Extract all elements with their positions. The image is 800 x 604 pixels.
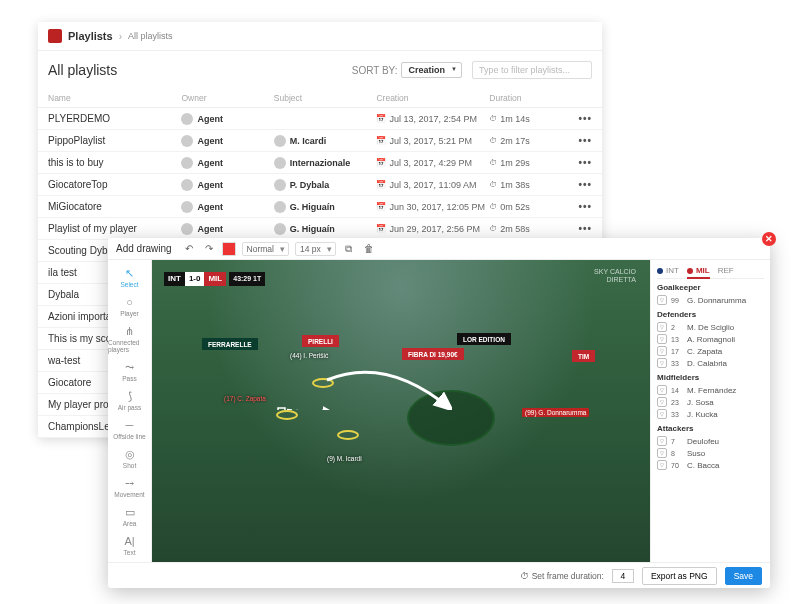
copy-icon[interactable]: ⧉ xyxy=(342,242,356,256)
jersey-icon: ▽ xyxy=(657,385,667,395)
roster-player[interactable]: ▽7Deulofeu xyxy=(657,435,764,447)
line-style-select[interactable]: Normal xyxy=(242,242,289,256)
roster-player[interactable]: ▽99G. Donnarumma xyxy=(657,294,764,306)
color-swatch[interactable] xyxy=(222,242,236,256)
text-icon: A| xyxy=(123,534,137,548)
roster-player[interactable]: ▽13A. Romagnoli xyxy=(657,333,764,345)
offside-icon: ─ xyxy=(123,418,137,432)
sort-dropdown[interactable]: Creation xyxy=(401,62,462,78)
calendar-icon: 📅 xyxy=(376,224,386,233)
tool-airpass[interactable]: ⟆Air pass xyxy=(108,387,151,413)
save-button[interactable]: Save xyxy=(725,567,762,585)
jersey-icon: ▽ xyxy=(657,334,667,344)
player-label: (9) M. Icardi xyxy=(327,455,362,462)
tool-text[interactable]: A|Text xyxy=(108,532,151,558)
playlist-subject: Internazionale xyxy=(274,157,377,169)
jersey-icon: ▽ xyxy=(657,409,667,419)
playlist-subject: P. Dybala xyxy=(274,179,377,191)
avatar-icon xyxy=(274,223,286,235)
chevron-right-icon: › xyxy=(119,31,122,42)
breadcrumb: Playlists › All playlists xyxy=(38,22,602,51)
jersey-icon: ▽ xyxy=(657,436,667,446)
roster-player[interactable]: ▽2M. De Sciglio xyxy=(657,321,764,333)
roster-player[interactable]: ▽70C. Bacca xyxy=(657,459,764,471)
goalkeeper-label: (99) G. Donnarumma xyxy=(522,408,589,417)
tool-label: Movement xyxy=(114,491,144,498)
row-more-icon[interactable]: ••• xyxy=(561,113,592,124)
col-duration[interactable]: Duration xyxy=(489,93,561,103)
frame-duration-label: ⏱Set frame duration: xyxy=(520,571,604,581)
tab-mil[interactable]: MIL xyxy=(687,266,710,279)
tab-ref[interactable]: REF xyxy=(718,266,734,275)
jersey-icon: ▽ xyxy=(657,346,667,356)
row-more-icon[interactable]: ••• xyxy=(561,223,592,234)
row-more-icon[interactable]: ••• xyxy=(561,179,592,190)
select-icon: ↖ xyxy=(123,266,137,280)
tool-connected[interactable]: ⋔Connected players xyxy=(108,322,151,355)
playlist-duration: ⏱1m 14s xyxy=(489,114,561,124)
sort-label: SORT BY: xyxy=(352,65,398,76)
table-row[interactable]: MiGiocatoreAgentG. Higuaín📅Jun 30, 2017,… xyxy=(38,196,602,218)
roster-group-title: Goalkeeper xyxy=(657,283,764,292)
playlist-owner: Agent xyxy=(181,135,273,147)
table-row[interactable]: PLYERDEMOAgent📅Jul 13, 2017, 2:54 PM⏱1m … xyxy=(38,108,602,130)
video-canvas[interactable]: INT 1-0 MIL 43:29 1T SKY CALCIODIRETTA F… xyxy=(152,260,650,562)
table-row[interactable]: this is to buyAgentInternazionale📅Jul 3,… xyxy=(38,152,602,174)
table-row[interactable]: GiocatoreTopAgentP. Dybala📅Jul 3, 2017, … xyxy=(38,174,602,196)
tool-palette: ↖Select○Player⋔Connected players⤳Pass⟆Ai… xyxy=(108,260,152,562)
roster-player[interactable]: ▽33D. Calabria xyxy=(657,357,764,369)
tool-area[interactable]: ▭Area xyxy=(108,503,151,529)
tool-offside[interactable]: ─Offside line xyxy=(108,416,151,442)
tool-select[interactable]: ↖Select xyxy=(108,264,151,290)
calendar-icon: 📅 xyxy=(376,136,386,145)
col-creation[interactable]: Creation xyxy=(376,93,489,103)
playlist-duration: ⏱1m 29s xyxy=(489,158,561,168)
table-row[interactable]: Playlist of my playerAgentG. Higuaín📅Jun… xyxy=(38,218,602,240)
roster-player[interactable]: ▽14M. Fernández xyxy=(657,384,764,396)
col-subject[interactable]: Subject xyxy=(274,93,377,103)
playlist-name: PippoPlaylist xyxy=(48,135,181,146)
avatar-icon xyxy=(181,201,193,213)
tool-player[interactable]: ○Player xyxy=(108,293,151,319)
export-png-button[interactable]: Export as PNG xyxy=(642,567,717,585)
tab-int[interactable]: INT xyxy=(657,266,679,275)
col-owner[interactable]: Owner xyxy=(181,93,273,103)
row-more-icon[interactable]: ••• xyxy=(561,135,592,146)
roster-player[interactable]: ▽23J. Sosa xyxy=(657,396,764,408)
player-highlight[interactable] xyxy=(276,410,298,420)
playlist-duration: ⏱1m 38s xyxy=(489,180,561,190)
row-more-icon[interactable]: ••• xyxy=(561,201,592,212)
broadcast-watermark: SKY CALCIODIRETTA xyxy=(594,268,636,283)
filter-input[interactable]: Type to filter playlists... xyxy=(472,61,592,79)
frame-duration-input[interactable] xyxy=(612,569,634,583)
tool-pass[interactable]: ⤳Pass xyxy=(108,358,151,384)
breadcrumb-root[interactable]: Playlists xyxy=(68,30,113,42)
tool-label: Text xyxy=(124,549,136,556)
playlist-owner: Agent xyxy=(181,223,273,235)
jersey-icon: ▽ xyxy=(657,295,667,305)
ad-board: LOR EDITION xyxy=(457,333,511,345)
playlist-duration: ⏱2m 17s xyxy=(489,136,561,146)
tool-shot[interactable]: ◎Shot xyxy=(108,445,151,471)
roster-player[interactable]: ▽17C. Zapata xyxy=(657,345,764,357)
player-highlight[interactable] xyxy=(337,430,359,440)
font-size-select[interactable]: 14 px xyxy=(295,242,336,256)
player-number: 7 xyxy=(671,438,683,445)
delete-icon[interactable]: 🗑 xyxy=(362,242,376,256)
roster-player[interactable]: ▽8Suso xyxy=(657,447,764,459)
col-name[interactable]: Name xyxy=(48,93,181,103)
tool-label: Area xyxy=(123,520,137,527)
calendar-icon: 📅 xyxy=(376,114,386,123)
calendar-icon: 📅 xyxy=(376,180,386,189)
calendar-icon: 📅 xyxy=(376,158,386,167)
playlist-date: 📅Jul 3, 2017, 4:29 PM xyxy=(376,158,489,168)
row-more-icon[interactable]: ••• xyxy=(561,157,592,168)
close-button[interactable]: ✕ xyxy=(762,232,776,246)
table-row[interactable]: PippoPlaylistAgentM. Icardi📅Jul 3, 2017,… xyxy=(38,130,602,152)
undo-icon[interactable]: ↶ xyxy=(182,242,196,256)
roster-panel: INT MIL REF Goalkeeper▽99G. DonnarummaDe… xyxy=(650,260,770,562)
arrow-overlay xyxy=(152,260,452,410)
redo-icon[interactable]: ↷ xyxy=(202,242,216,256)
tool-movement[interactable]: ⤍Movement xyxy=(108,474,151,500)
roster-player[interactable]: ▽33J. Kucka xyxy=(657,408,764,420)
